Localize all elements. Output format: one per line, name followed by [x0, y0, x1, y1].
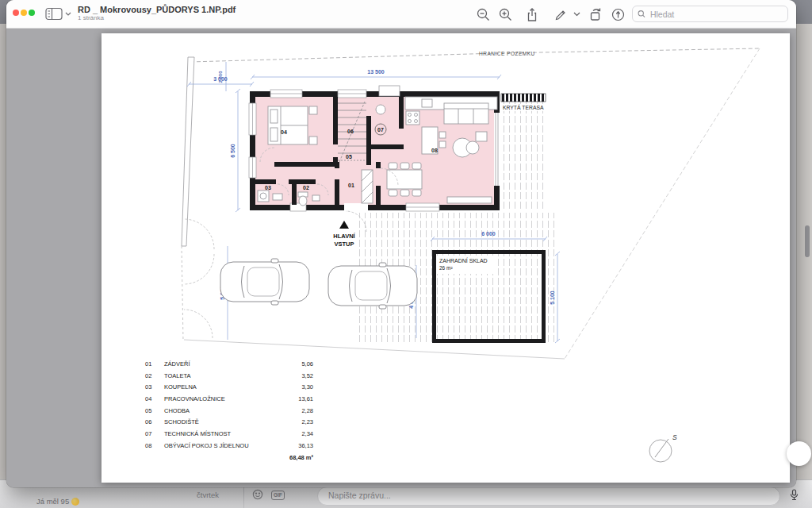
scroll-to-bottom-button[interactable] [787, 441, 811, 466]
zoom-in-button[interactable] [496, 6, 515, 23]
dim-house-depth: 6 500 [230, 144, 236, 158]
room-label-05: 05 [346, 154, 352, 160]
document-title: RD _ Mokrovousy_PŮDORYS 1.NP.pdf [78, 5, 236, 14]
compass-label: S [672, 433, 677, 441]
dim-shed-depth: 5 100 [550, 291, 555, 305]
boundary-line-right [565, 48, 760, 359]
close-button[interactable] [13, 10, 19, 16]
rotate-button[interactable] [586, 6, 605, 23]
dim-plot-side: 2 000 [218, 71, 223, 83]
markup-menu-button[interactable] [571, 6, 582, 23]
car-1 [220, 259, 309, 305]
room-label-02: 02 [303, 185, 309, 190]
fill-sign-button[interactable] [608, 6, 627, 23]
dim-shed-width: 6 000 [481, 231, 496, 237]
legend-row: 04PRACOVNA/LOŽNICE13,61 [145, 393, 313, 405]
room-label-01: 01 [348, 183, 354, 188]
dim-house-width: 13 500 [367, 69, 385, 75]
entrance-label-2: VSTUP [334, 241, 354, 248]
gif-picker-icon[interactable]: GIF [271, 491, 285, 500]
bathroom-sink [273, 194, 282, 200]
room-legend: 01ZÁDVEŘÍ5,06 02TOALETA3,52 03KOUPELNA3,… [145, 358, 313, 461]
sink [422, 99, 432, 107]
markup-pen-icon [553, 7, 568, 22]
legend-row: 03KOUPELNA3,30 [145, 381, 313, 393]
boundary-line-top [190, 48, 760, 62]
room-label-06: 06 [347, 129, 354, 134]
message-preview-text: Já měl 95 [36, 497, 69, 506]
legend-row: 08OBÝVACÍ POKOJ S JÍDELNOU36,13 [145, 440, 313, 452]
search-icon [638, 10, 645, 18]
title-block: RD _ Mokrovousy_PŮDORYS 1.NP.pdf 1 strán… [78, 5, 236, 22]
car-2 [328, 263, 417, 309]
entrance-label-1: HLAVNÍ [333, 233, 355, 240]
zoom-in-icon [498, 7, 513, 22]
wc-sink [312, 195, 320, 201]
legend-row: 05CHODBA2,28 [145, 405, 313, 417]
terrace-edge [501, 94, 546, 102]
search-field[interactable] [632, 6, 788, 22]
room-label-07: 07 [377, 127, 384, 133]
shed-label: ZAHRADNÍ SKLAD [439, 257, 488, 264]
legend-row: 07TECHNICKÁ MÍSTNOST2,34 [145, 428, 313, 440]
terrace-label: KRYTÁ TERASA [503, 104, 544, 110]
north-compass: S [649, 433, 677, 462]
share-icon [525, 7, 539, 22]
zoom-out-button[interactable] [473, 6, 492, 23]
microphone-icon[interactable] [790, 489, 799, 504]
minimize-button[interactable] [21, 10, 27, 16]
gate-swing-arc [184, 219, 214, 249]
background-scrollbar-thumb[interactable] [805, 225, 810, 257]
page-count: 1 stránka [78, 14, 236, 22]
shed-area: 26 m² [439, 265, 453, 271]
pdf-page: HRANICE POZEMKU KRYTÁ TERASA [102, 33, 790, 483]
message-preview: Já měl 95 😄 [36, 497, 79, 506]
day-label: čtvrtek [197, 491, 219, 499]
sofa [444, 103, 488, 124]
room-label-04: 04 [281, 129, 287, 135]
message-input-placeholder: Napište zprávu... [328, 491, 391, 500]
stove [406, 111, 419, 125]
pen-tip-circle-icon [611, 7, 626, 22]
share-button[interactable] [523, 6, 542, 23]
chevron-down-icon [66, 13, 71, 15]
entrance-arrow-icon [339, 221, 349, 229]
zoom-window-button[interactable] [29, 10, 35, 16]
zoom-out-icon [476, 7, 491, 22]
legend-row: 06SCHODIŠTĚ2,23 [145, 416, 313, 428]
room-label-03: 03 [265, 185, 271, 190]
markup-button[interactable] [550, 6, 569, 23]
toolbar: RD _ Mokrovousy_PŮDORYS 1.NP.pdf 1 strán… [6, 0, 796, 29]
boundary-label: HRANICE POZEMKU [479, 51, 535, 56]
sideboard [447, 197, 492, 203]
legend-total: 68,48 m² [145, 454, 313, 461]
terrace-decking [501, 102, 546, 211]
grinning-emoji-icon: 😄 [71, 498, 79, 506]
chevron-down-icon [573, 12, 580, 17]
boiler [376, 105, 385, 114]
pdf-viewer: HRANICE POZEMKU KRYTÁ TERASA [6, 29, 796, 487]
legend-row: 01ZÁDVEŘÍ5,06 [145, 358, 313, 370]
legend-row: 02TOALETA3,52 [145, 370, 313, 382]
pane-divider [243, 486, 244, 508]
room-label-08: 08 [431, 148, 438, 153]
rotate-icon [588, 7, 603, 22]
search-input[interactable] [649, 9, 783, 20]
sidebar-toggle-button[interactable] [45, 7, 72, 21]
emoji-picker-icon[interactable] [252, 489, 263, 503]
preview-window: RD _ Mokrovousy_PŮDORYS 1.NP.pdf 1 strán… [6, 0, 796, 487]
